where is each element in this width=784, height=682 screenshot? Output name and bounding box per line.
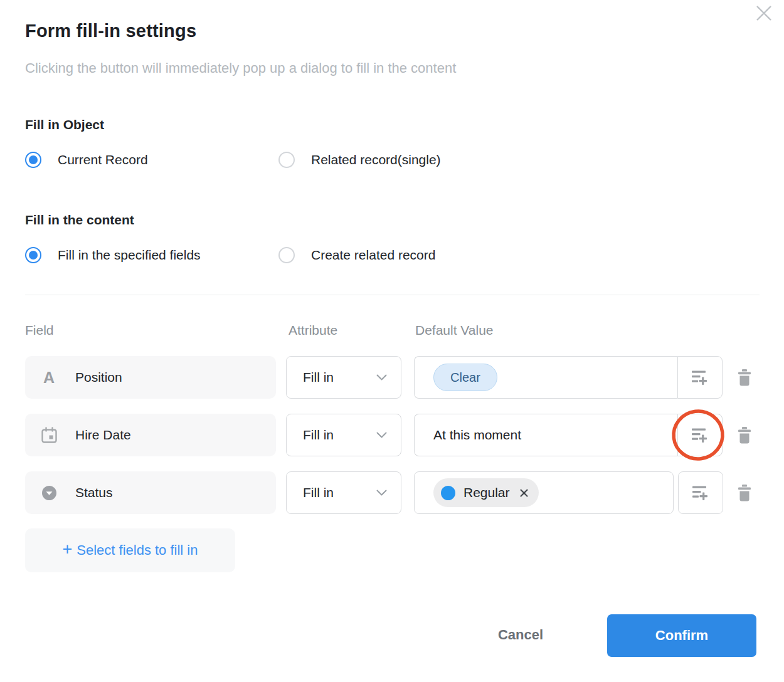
remove-x-icon xyxy=(519,488,529,498)
remove-tag-button[interactable] xyxy=(519,488,529,498)
radio-label: Create related record xyxy=(311,248,435,263)
trash-icon xyxy=(738,485,751,501)
attribute-select-position[interactable]: Fill in xyxy=(286,356,401,399)
field-chip-status: Status xyxy=(25,471,276,514)
option-value-tag: Regular xyxy=(433,478,539,507)
trash-icon xyxy=(738,369,751,386)
radio-label: Current Record xyxy=(58,152,148,167)
insert-field-value-button[interactable] xyxy=(677,414,723,456)
field-chip-hire-date: Hire Date xyxy=(25,414,276,456)
select-fields-to-fill-in-button[interactable]: + Select fields to fill in xyxy=(25,528,235,572)
delete-row-button[interactable] xyxy=(738,369,751,386)
dialog-subtitle: Clicking the button will immediately pop… xyxy=(25,60,456,76)
option-color-dot xyxy=(441,486,455,500)
radio-label: Fill in the specified fields xyxy=(58,248,201,263)
default-value-group: At this moment xyxy=(414,414,723,456)
column-header-default-value: Default Value xyxy=(415,323,494,338)
fill-in-content-label: Fill in the content xyxy=(25,212,134,228)
radio-unselected-icon xyxy=(278,247,295,263)
fill-in-object-label: Fill in Object xyxy=(25,117,104,132)
default-value-input-hire-date[interactable]: At this moment xyxy=(414,414,677,456)
trash-icon xyxy=(738,427,751,444)
section-divider xyxy=(25,295,760,295)
page-title: Form fill-in settings xyxy=(25,21,196,41)
radio-fill-specified-fields[interactable]: Fill in the specified fields xyxy=(25,246,201,264)
field-chip-position: A Position xyxy=(25,356,276,399)
plus-icon: + xyxy=(63,540,73,559)
delete-row-button[interactable] xyxy=(738,485,751,501)
attribute-select-status[interactable]: Fill in xyxy=(286,471,401,514)
insert-field-value-button[interactable] xyxy=(678,471,723,514)
confirm-button[interactable]: Confirm xyxy=(607,614,756,657)
attribute-value: Fill in xyxy=(303,370,334,385)
field-name: Position xyxy=(75,370,122,385)
cancel-button[interactable]: Cancel xyxy=(474,621,568,649)
radio-label: Related record(single) xyxy=(311,152,441,167)
column-header-field: Field xyxy=(25,323,54,338)
radio-unselected-icon xyxy=(278,152,295,168)
list-plus-icon xyxy=(691,370,709,386)
delete-row-button[interactable] xyxy=(738,427,751,444)
list-plus-icon xyxy=(692,485,710,501)
insert-field-value-button[interactable] xyxy=(677,356,723,399)
radio-create-related-record[interactable]: Create related record xyxy=(278,246,435,264)
field-name: Hire Date xyxy=(75,428,131,443)
radio-selected-icon xyxy=(25,152,41,168)
radio-related-record-single[interactable]: Related record(single) xyxy=(278,151,441,169)
attribute-value: Fill in xyxy=(303,428,334,443)
column-header-attribute: Attribute xyxy=(289,323,337,338)
text-field-icon: A xyxy=(40,369,58,387)
list-plus-icon xyxy=(691,428,709,443)
default-value-input-status[interactable]: Regular xyxy=(414,471,674,514)
close-button[interactable] xyxy=(754,3,774,23)
date-field-icon xyxy=(40,427,58,444)
chevron-down-icon xyxy=(376,374,387,381)
default-value-text: At this moment xyxy=(433,428,521,443)
clear-tag-label: Clear xyxy=(450,370,480,385)
close-icon xyxy=(754,3,774,23)
attribute-value: Fill in xyxy=(303,485,334,500)
option-tag-label: Regular xyxy=(464,485,510,500)
chevron-down-icon xyxy=(376,490,387,496)
default-value-group: Regular xyxy=(414,471,723,514)
default-value-group: Clear xyxy=(414,356,723,399)
default-value-input-position[interactable]: Clear xyxy=(414,356,677,399)
select-fields-label: Select fields to fill in xyxy=(77,542,198,559)
clear-value-tag[interactable]: Clear xyxy=(433,364,497,391)
radio-selected-icon xyxy=(25,247,41,263)
chevron-down-icon xyxy=(376,432,387,439)
field-name: Status xyxy=(75,485,113,500)
select-field-icon xyxy=(40,485,58,501)
form-fill-in-settings-dialog: Form fill-in settings Clicking the butto… xyxy=(0,0,784,682)
radio-current-record[interactable]: Current Record xyxy=(25,151,148,169)
attribute-select-hire-date[interactable]: Fill in xyxy=(286,414,401,456)
